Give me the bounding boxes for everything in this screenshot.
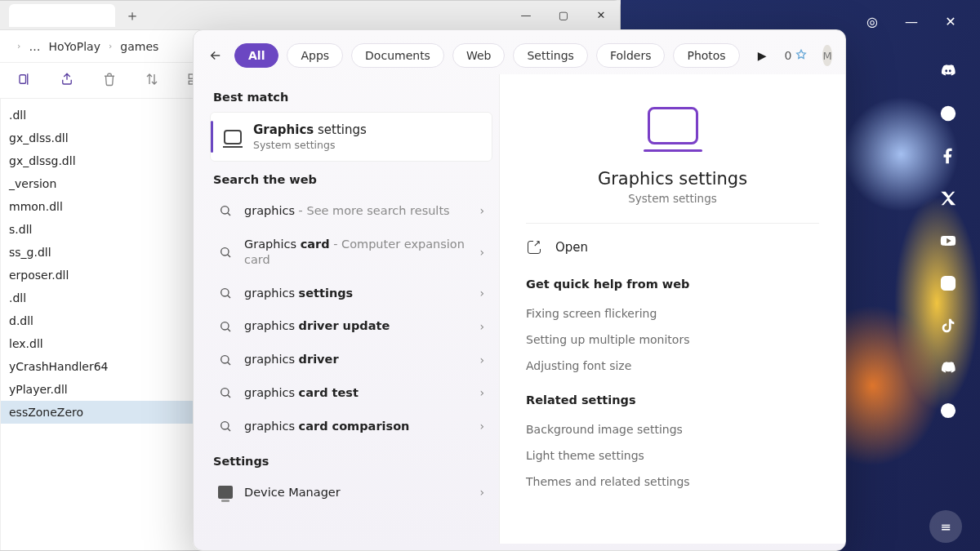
related-link[interactable]: Themes and related settings [526,469,819,495]
search-tab-settings[interactable]: Settings [513,43,587,68]
preview-title: Graphics settings [526,169,819,189]
svg-point-12 [221,289,229,296]
chevron-right-icon: › [479,486,484,499]
breadcrumb-segment[interactable]: HoYoPlay [48,40,100,53]
related-header: Related settings [526,393,819,407]
open-button[interactable]: Open [526,224,819,271]
sort-icon[interactable] [145,72,159,90]
support-icon[interactable] [938,400,959,421]
chevron-right-icon: › [479,386,484,399]
tiktok-icon[interactable] [938,315,959,336]
display-settings-icon [224,130,242,144]
user-avatar[interactable]: M [822,45,831,66]
new-tab-button[interactable]: ＋ [120,3,145,28]
window-minimize-button[interactable]: — [507,1,545,30]
svg-point-7 [945,280,951,286]
search-tab-web[interactable]: Web [452,43,506,68]
chevron-right-icon: › [479,420,484,433]
web-search-result[interactable]: graphics driver› [210,343,492,376]
rewards-points[interactable]: 0 [784,49,808,62]
svg-point-5 [941,106,956,121]
web-search-result[interactable]: Graphics card - Computer expansion card› [210,228,492,277]
web-search-result[interactable]: graphics driver update› [210,309,492,343]
chevron-right-icon: › [479,246,484,259]
related-link[interactable]: Background image settings [526,416,819,442]
web-search-result[interactable]: graphics card comparison› [210,410,492,443]
windows-search-flyout: AllAppsDocumentsWebSettingsFoldersPhotos… [193,29,846,551]
device-manager-icon [218,486,233,499]
search-results-column: Best match Graphics settings System sett… [194,74,499,544]
explorer-tab[interactable] [9,4,115,27]
svg-point-16 [221,422,229,429]
rename-icon[interactable] [17,72,32,90]
launcher-minimize-button[interactable]: — [903,13,920,29]
search-tab-apps[interactable]: Apps [287,43,343,68]
web-search-result[interactable]: graphics card test› [210,376,492,410]
facebook-icon[interactable] [938,145,959,167]
search-icon [218,204,233,217]
reddit-icon[interactable] [938,103,959,124]
explorer-titlebar: ＋ — ▢ ✕ [0,1,620,30]
chevron-right-icon: › [479,320,484,333]
svg-point-8 [951,278,953,280]
graphics-settings-icon [648,107,698,144]
x-icon[interactable] [938,188,959,209]
search-icon [218,287,233,300]
help-link[interactable]: Setting up multiple monitors [526,327,819,353]
launcher-menu-button[interactable]: ≡ [929,510,962,543]
launcher-close-button[interactable]: ✕ [942,13,959,29]
window-close-button[interactable]: ✕ [582,1,620,30]
breadcrumb-segment[interactable]: games [120,40,158,53]
search-tab-all[interactable]: All [234,43,278,68]
delete-icon[interactable] [102,72,117,90]
search-icon [218,353,233,367]
search-icon [218,246,233,259]
svg-point-15 [221,389,229,396]
svg-point-13 [221,322,229,329]
svg-point-10 [221,207,229,214]
chevron-right-icon: › [479,353,484,367]
chevron-right-icon: › [479,204,484,217]
back-button[interactable] [208,44,223,67]
share-icon[interactable] [60,72,74,90]
search-icon [218,386,233,399]
related-link[interactable]: Light theme settings [526,442,819,469]
chevron-right-icon: › [479,287,484,300]
settings-result[interactable]: Device Manager› [210,476,492,509]
chevron-right-icon: › [109,41,112,51]
window-maximize-button[interactable]: ▢ [545,1,582,30]
scroll-tabs-icon[interactable]: ▶ [753,44,772,67]
web-search-result[interactable]: graphics settings› [210,277,492,310]
search-icon [218,320,233,333]
svg-rect-0 [20,74,26,83]
discord-icon[interactable] [938,60,959,82]
search-tabs: AllAppsDocumentsWebSettingsFoldersPhotos… [194,30,845,74]
chevron-right-icon: › [17,41,20,51]
discord2-icon[interactable] [938,358,959,379]
breadcrumb-more[interactable]: … [29,40,40,53]
social-tray [938,60,959,421]
search-tab-photos[interactable]: Photos [673,43,739,68]
launcher-target-icon[interactable]: ◎ [864,13,880,29]
search-icon [218,420,233,433]
section-header-search-web: Search the web [213,173,489,186]
svg-point-14 [221,355,229,362]
section-header-settings: Settings [213,455,489,468]
help-link[interactable]: Fixing screen flickering [526,300,819,327]
svg-point-11 [221,247,229,255]
help-header: Get quick help from web [526,278,819,291]
search-preview-pane: Graphics settings System settings Open G… [499,74,845,544]
best-match-result[interactable]: Graphics settings System settings [210,112,492,162]
section-header-best-match: Best match [213,91,489,104]
open-external-icon [528,241,541,254]
instagram-icon[interactable] [938,273,959,294]
help-link[interactable]: Adjusting font size [526,353,819,379]
search-tab-folders[interactable]: Folders [596,43,666,68]
preview-subtitle: System settings [526,192,819,205]
youtube-icon[interactable] [938,230,959,251]
search-tab-documents[interactable]: Documents [351,43,444,68]
web-search-result[interactable]: graphics - See more search results› [210,194,492,228]
